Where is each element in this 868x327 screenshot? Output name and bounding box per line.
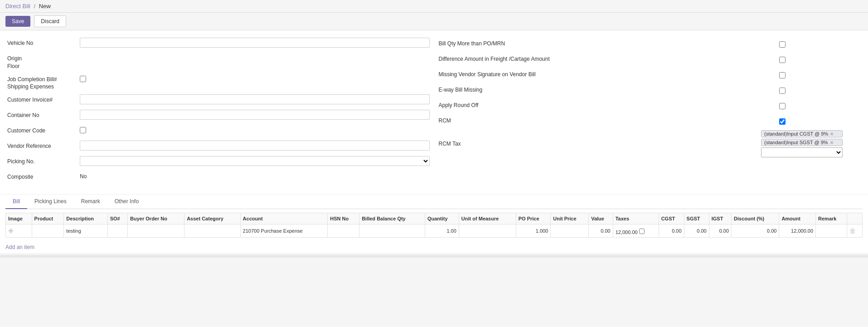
col-so: SO# — [107, 213, 127, 225]
tax-tag-cgst[interactable]: (standard)Input CGST @ 9% ✕ — [761, 130, 843, 137]
vehicle-no-input[interactable] — [80, 38, 430, 48]
table-header-row: Image Product Description SO# Buyer Orde… — [6, 213, 863, 225]
taxes-checkbox[interactable] — [639, 229, 645, 234]
diff-amount-label: Difference Amount in Freight /Cartage Am… — [439, 56, 780, 62]
rcm-row: RCM — [439, 115, 861, 127]
customer-invoice-row: Customer Invoice# — [7, 94, 430, 106]
discard-button[interactable]: Discard — [34, 15, 66, 27]
form-left: Vehicle No OriginFloor Job Completion Bi… — [7, 38, 430, 187]
col-hsn-no: HSN No — [328, 213, 359, 225]
composite-label: Composite — [7, 171, 80, 181]
cell-buyer-order-no — [128, 225, 184, 238]
cell-hsn-no — [328, 225, 359, 238]
bill-qty-checkbox[interactable] — [779, 41, 786, 48]
missing-vendor-control — [779, 70, 861, 78]
cell-account: 210700 Purchase Expense — [240, 225, 328, 238]
origin-floor-label: OriginFloor — [7, 53, 80, 70]
rcm-control — [779, 117, 861, 125]
col-remark: Remark — [816, 213, 847, 225]
missing-vendor-checkbox[interactable] — [779, 72, 786, 78]
cell-amount: 12,000.00 — [779, 225, 816, 238]
cell-sgst: 0.00 — [684, 225, 709, 238]
apply-round-row: Apply Round Off — [439, 99, 861, 111]
diff-amount-checkbox[interactable] — [779, 57, 786, 63]
col-product: Product — [32, 213, 64, 225]
vendor-reference-input[interactable] — [80, 141, 430, 151]
container-no-input[interactable] — [80, 110, 430, 120]
cell-delete[interactable]: 🗑 — [847, 225, 863, 238]
col-buyer-order-no: Buyer Order No — [128, 213, 184, 225]
composite-value: No — [80, 171, 87, 180]
cell-discount: 0.00 — [732, 225, 779, 238]
tax-tag-cgst-close[interactable]: ✕ — [830, 132, 834, 137]
customer-invoice-label: Customer Invoice# — [7, 94, 80, 104]
cell-description: testing — [64, 225, 107, 238]
customer-invoice-input[interactable] — [80, 94, 430, 104]
vendor-reference-label: Vendor Reference — [7, 141, 80, 150]
cell-quantity: 1.00 — [425, 225, 459, 238]
bill-qty-control — [779, 39, 861, 48]
tabs-container: Bill Picking Lines Remark Other Info — [0, 194, 868, 209]
col-asset-category: Asset Category — [184, 213, 240, 225]
picking-no-label: Picking No. — [7, 156, 80, 166]
add-item-link[interactable]: Add an item — [0, 241, 868, 253]
eway-bill-label: E-way Bill Missing — [439, 87, 780, 93]
col-unit-price: Unit Price — [551, 213, 589, 225]
cell-remark — [816, 225, 847, 238]
eway-bill-checkbox[interactable] — [779, 88, 786, 94]
col-image: Image — [6, 213, 32, 225]
vehicle-no-label: Vehicle No — [7, 38, 80, 47]
shipping-expenses-checkbox[interactable] — [80, 76, 86, 82]
tax-tag-sgst-close[interactable]: ✕ — [830, 140, 834, 145]
tax-tag-sgst[interactable]: (standard)Input SGST @ 9% ✕ — [761, 139, 843, 146]
delete-row-icon[interactable]: 🗑 — [849, 227, 856, 234]
col-billed-balance-qty: Billed Balance Qty — [359, 213, 425, 225]
col-sgst: SGST — [684, 213, 709, 225]
breadcrumb-new: New — [39, 3, 51, 10]
picking-no-select[interactable] — [80, 156, 430, 166]
customer-code-label: Customer Code — [7, 125, 80, 135]
job-completion-row: Job Completion Bill#Shipping Expenses — [7, 74, 430, 91]
form-right: Bill Qty More than PO/MRN Difference Amo… — [439, 38, 861, 187]
customer-code-checkbox[interactable] — [80, 127, 86, 133]
table-row: ✛ testing 210700 Purchase Expense 1.00 1… — [6, 225, 863, 238]
breadcrumb: Direct Bill / New — [0, 0, 868, 13]
diff-amount-row: Difference Amount in Freight /Cartage Am… — [439, 53, 861, 65]
table-wrapper: Image Product Description SO# Buyer Orde… — [0, 209, 868, 241]
cell-igst: 0.00 — [709, 225, 731, 238]
missing-vendor-label: Missing Vendor Signature on Vendor Bill — [439, 71, 780, 78]
diff-amount-control — [779, 55, 861, 63]
tab-picking-lines[interactable]: Picking Lines — [27, 195, 74, 209]
rcm-checkbox[interactable] — [779, 118, 786, 125]
save-button[interactable]: Save — [5, 16, 30, 27]
cell-asset-category — [184, 225, 240, 238]
eway-bill-control — [779, 86, 861, 94]
vendor-reference-row: Vendor Reference — [7, 141, 430, 152]
col-amount: Amount — [779, 213, 816, 225]
rcm-tax-row: RCM Tax (standard)Input CGST @ 9% ✕ (sta… — [439, 130, 861, 157]
breadcrumb-separator: / — [34, 3, 36, 10]
tab-remark[interactable]: Remark — [74, 195, 107, 209]
missing-vendor-row: Missing Vendor Signature on Vendor Bill — [439, 68, 861, 80]
col-value: Value — [589, 213, 613, 225]
tab-other-info[interactable]: Other Info — [107, 195, 146, 209]
eway-bill-row: E-way Bill Missing — [439, 84, 861, 96]
apply-round-control — [779, 101, 861, 109]
origin-floor-row: OriginFloor — [7, 53, 430, 70]
cell-drag[interactable]: ✛ — [6, 225, 32, 238]
rcm-tax-label: RCM Tax — [439, 141, 761, 147]
drag-handle-icon[interactable]: ✛ — [8, 227, 14, 234]
tax-tag-sgst-label: (standard)Input SGST @ 9% — [764, 140, 828, 145]
col-po-price: PO Price — [516, 213, 551, 225]
tab-bill[interactable]: Bill — [5, 195, 27, 209]
cell-value: 0.00 — [589, 225, 613, 238]
rcm-tax-control: (standard)Input CGST @ 9% ✕ (standard)In… — [761, 130, 861, 157]
form-container: Vehicle No OriginFloor Job Completion Bi… — [0, 30, 868, 194]
bottom-divider — [0, 255, 868, 258]
breadcrumb-direct-bill[interactable]: Direct Bill — [5, 3, 30, 10]
col-taxes: Taxes — [613, 213, 659, 225]
rcm-tax-dropdown[interactable] — [761, 147, 843, 157]
apply-round-checkbox[interactable] — [779, 103, 786, 109]
col-igst: IGST — [709, 213, 731, 225]
col-unit-of-measure: Unit of Measure — [459, 213, 516, 225]
